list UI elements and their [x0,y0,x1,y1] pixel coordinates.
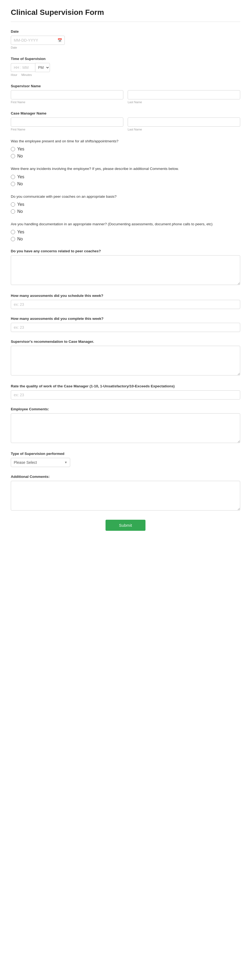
date-label: Date [11,29,240,33]
q2-yes-option[interactable]: Yes [11,175,240,179]
case-manager-name-label: Case Manager Name [11,111,240,115]
q2-no-label: No [17,181,23,186]
q4-no-radio[interactable] [11,237,15,241]
q11-label: Type of Supervision performed [11,452,240,456]
q4-no-option[interactable]: No [11,237,240,242]
q3-text: Do you communicate with peer coaches on … [11,194,240,199]
supervisor-last-name-input[interactable] [128,90,240,99]
q4-section: Are you handling documentation in an app… [11,221,240,242]
date-section: Date 📅 Date [11,29,240,49]
q1-no-option[interactable]: No [11,154,240,159]
q7-section: How many assessments did you complete th… [11,317,240,332]
case-manager-last-sub: Last Name [128,128,240,131]
q1-yes-option[interactable]: Yes [11,147,240,151]
q11-section: Type of Supervision performed Please Sel… [11,452,240,467]
q3-no-label: No [17,209,23,214]
supervisor-name-section: Supervisor Name First Name Last Name [11,84,240,104]
q2-text: Were there any incidents involving the e… [11,166,240,172]
q3-yes-option[interactable]: Yes [11,202,240,207]
case-manager-first-sub: First Name [11,128,123,131]
q5-section: Do you have any concerns related to peer… [11,249,240,286]
q8-textarea[interactable] [11,346,240,375]
q12-section: Additional Comments: [11,475,240,512]
q3-no-radio[interactable] [11,209,15,214]
title-divider [11,22,240,22]
q1-section: Was the employee present and on time for… [11,138,240,159]
q9-label: Rate the quality of work of the Case Man… [11,384,240,388]
case-manager-last-col: Last Name [128,118,240,131]
date-input-wrapper: 📅 [11,36,65,45]
submit-button[interactable]: Submit [105,520,146,531]
q2-radio-group: Yes No [11,175,240,186]
time-label: Time of Supervision [11,57,240,61]
q2-section: Were there any incidents involving the e… [11,166,240,186]
case-manager-first-name-input[interactable] [11,118,123,127]
case-manager-first-col: First Name [11,118,123,131]
q10-textarea[interactable] [11,413,240,443]
q12-textarea[interactable] [11,481,240,511]
q4-yes-radio[interactable] [11,230,15,234]
submit-section: Submit [11,520,240,531]
q1-text: Was the employee present and on time for… [11,138,240,144]
q3-radio-group: Yes No [11,202,240,214]
q8-section: Supervisor's recommendation to Case Mana… [11,340,240,377]
q4-yes-label: Yes [17,230,24,234]
supervisor-last-sub: Last Name [128,100,240,104]
q1-yes-label: Yes [17,147,24,151]
supervisor-name-label: Supervisor Name [11,84,240,88]
q4-text: Are you handling documentation in an app… [11,221,240,227]
supervisor-first-col: First Name [11,90,123,104]
q1-no-radio[interactable] [11,154,15,158]
q8-label: Supervisor's recommendation to Case Mana… [11,340,240,344]
q11-select-wrapper: Please Select ▼ [11,458,70,467]
date-sub-label: Date [11,46,240,49]
q3-yes-radio[interactable] [11,202,15,207]
time-input-row: PM AM [11,63,240,72]
q6-input[interactable] [11,300,240,309]
q5-textarea[interactable] [11,255,240,285]
case-manager-name-row: First Name Last Name [11,118,240,131]
time-input-wrapper: PM AM [11,63,50,72]
q2-yes-label: Yes [17,175,24,179]
supervision-type-select[interactable]: Please Select [11,458,70,467]
q2-no-radio[interactable] [11,182,15,186]
supervisor-name-row: First Name Last Name [11,90,240,104]
page-title: Clinical Supervision Form [11,8,240,17]
time-sub-labels: Hour Minutes [11,73,240,76]
q9-section: Rate the quality of work of the Case Man… [11,384,240,399]
q9-input[interactable] [11,390,240,399]
ampm-select[interactable]: PM AM [35,63,50,72]
minutes-label: Minutes [21,73,32,76]
q4-no-label: No [17,237,23,242]
q6-label: How many assessments did you schedule th… [11,294,240,298]
q2-no-option[interactable]: No [11,181,240,186]
time-input[interactable] [11,63,35,72]
q4-yes-option[interactable]: Yes [11,230,240,234]
supervisor-last-col: Last Name [128,90,240,104]
q1-no-label: No [17,154,23,159]
q2-yes-radio[interactable] [11,175,15,179]
q1-yes-radio[interactable] [11,147,15,151]
q10-label: Employee Comments: [11,407,240,411]
q7-input[interactable] [11,323,240,332]
q3-no-option[interactable]: No [11,209,240,214]
q10-section: Employee Comments: [11,407,240,444]
q4-radio-group: Yes No [11,230,240,242]
q6-section: How many assessments did you schedule th… [11,294,240,309]
case-manager-last-name-input[interactable] [128,118,240,127]
q5-label: Do you have any concerns related to peer… [11,249,240,253]
q1-radio-group: Yes No [11,147,240,159]
q3-section: Do you communicate with peer coaches on … [11,194,240,214]
supervisor-first-sub: First Name [11,100,123,104]
q7-label: How many assessments did you complete th… [11,317,240,321]
supervisor-first-name-input[interactable] [11,90,123,99]
q3-yes-label: Yes [17,202,24,207]
time-section: Time of Supervision PM AM Hour Minutes [11,57,240,76]
date-input[interactable] [11,36,65,45]
hour-label: Hour [11,73,17,76]
case-manager-name-section: Case Manager Name First Name Last Name [11,111,240,131]
q12-label: Additional Comments: [11,475,240,479]
